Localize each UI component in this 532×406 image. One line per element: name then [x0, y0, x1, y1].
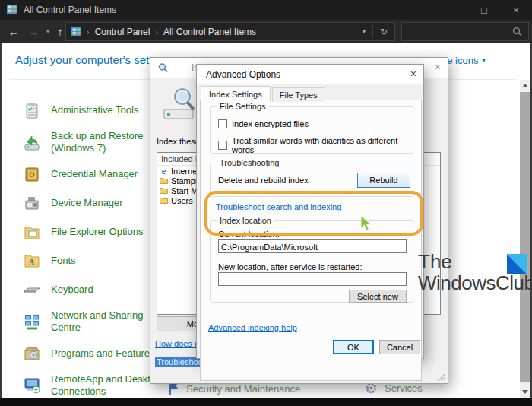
item-label: Security and Maintenance [186, 383, 300, 395]
folder-icon [160, 177, 168, 184]
close-button[interactable]: × [500, 0, 532, 20]
advanced-indexing-help-link[interactable]: Advanced indexing help [208, 323, 297, 332]
file-explorer-options-icon [23, 223, 41, 241]
advanced-dialog-titlebar: Advanced Options × [197, 65, 423, 84]
item-label: File Explorer Options [51, 226, 143, 238]
checkbox-label: Index encrypted files [232, 119, 309, 128]
current-location-field[interactable]: C:\ProgramData\Microsoft [218, 239, 407, 253]
treat-diacritics-checkbox[interactable] [218, 141, 227, 150]
new-location-label: New location, after service is restarted… [218, 262, 363, 271]
window-titlebar: All Control Panel Items – □ × [0, 0, 532, 20]
tab-file-types[interactable]: File Types [272, 87, 325, 102]
item-label: Device Manager [51, 197, 123, 209]
back-icon[interactable]: ← [5, 20, 23, 43]
control-panel-icon [7, 3, 17, 17]
forward-icon[interactable]: → [24, 20, 43, 43]
scroll-down-icon[interactable] [522, 390, 528, 394]
indexing-drive-search-icon [163, 85, 198, 123]
item-label: Fonts [51, 255, 76, 267]
chevron-down-icon: ▼ [480, 57, 486, 64]
delete-rebuild-label: Delete and rebuild index [218, 176, 309, 185]
folder-icon [160, 187, 168, 194]
address-bar[interactable]: › Control Panel › All Control Panel Item… [65, 22, 395, 41]
device-manager-icon [23, 194, 41, 212]
select-new-button[interactable]: Select new [349, 290, 407, 303]
folder-icon [160, 197, 168, 204]
close-icon[interactable]: × [435, 61, 441, 73]
vertical-scrollbar[interactable] [520, 80, 530, 398]
item-label: Programs and Features [51, 347, 155, 360]
advanced-dialog-title: Advanced Options [206, 69, 280, 80]
troubleshoot-search-link[interactable]: Troubleshoot search and indexing [216, 202, 341, 211]
scroll-up-icon[interactable] [522, 84, 528, 87]
treat-diacritics-row: Treat similar words with diacritics as d… [218, 136, 413, 154]
resize-grip[interactable] [438, 373, 445, 381]
rebuild-button[interactable]: Rebuild [357, 173, 410, 188]
scrollbar-thumb[interactable] [520, 92, 530, 382]
breadcrumb-separator: › [87, 27, 90, 36]
window-bottom-edge [0, 398, 532, 406]
address-dropdown-icon[interactable]: ▾ [356, 28, 372, 35]
item-label: Credential Manager [51, 168, 138, 180]
breadcrumb-control-panel[interactable]: Control Panel [95, 27, 150, 37]
internet-explorer-icon: e [160, 167, 168, 176]
search-input[interactable] [401, 22, 529, 41]
mouse-cursor-icon [360, 215, 373, 234]
programs-features-icon [23, 344, 41, 363]
cancel-button[interactable]: Cancel [379, 340, 420, 354]
ok-button[interactable]: OK [333, 340, 374, 354]
windowsclub-watermark: The WindowsClub [418, 251, 530, 298]
refresh-icon[interactable]: ↻ [373, 27, 394, 37]
fonts-icon: A [23, 252, 41, 270]
network-sharing-icon [23, 312, 41, 331]
backup-restore-icon [23, 133, 41, 151]
svg-text:A: A [29, 258, 35, 266]
index-location-group: Index location Current location: C:\Prog… [210, 220, 413, 303]
index-encrypted-checkbox[interactable] [218, 119, 227, 128]
window-title: All Control Panel Items [24, 5, 116, 15]
keyboard-icon [23, 281, 41, 299]
remoteapp-icon [23, 376, 41, 395]
breadcrumb-separator: › [155, 27, 158, 36]
breadcrumb-all-items[interactable]: All Control Panel Items [163, 27, 256, 37]
item-label: Services [385, 382, 423, 394]
indexing-options-icon [157, 62, 169, 74]
windowsclub-logo-icon [507, 254, 527, 274]
maximize-button[interactable]: □ [468, 0, 500, 20]
admin-tools-icon [23, 101, 41, 119]
item-label: Keyboard [51, 284, 93, 296]
current-location-label: Current location: [218, 230, 280, 239]
advanced-options-dialog: Advanced Options × Index Settings File T… [196, 64, 424, 359]
watermark-line2: WindowsClub [418, 272, 530, 293]
window-left-edge [0, 43, 2, 398]
tab-index-settings[interactable]: Index Settings [201, 86, 271, 102]
minimize-button[interactable]: – [436, 0, 468, 20]
search-icon [512, 27, 522, 36]
item-label: Administrative Tools [51, 104, 138, 116]
tab-strip: Index Settings File Types [201, 87, 327, 102]
credential-manager-icon [23, 165, 41, 183]
navigation-bar: ← → ▾ ↑ › Control Panel › All Control Pa… [0, 20, 532, 43]
close-icon[interactable]: × [410, 68, 416, 80]
new-location-field[interactable] [218, 272, 407, 286]
index-encrypted-row: Index encrypted files [218, 119, 309, 128]
checkbox-label: Treat similar words with diacritics as d… [232, 136, 413, 154]
index-settings-panel: File Settings Index encrypted files Trea… [200, 100, 422, 381]
location-icon [71, 27, 81, 36]
file-settings-group: File Settings Index encrypted files Trea… [210, 106, 413, 154]
